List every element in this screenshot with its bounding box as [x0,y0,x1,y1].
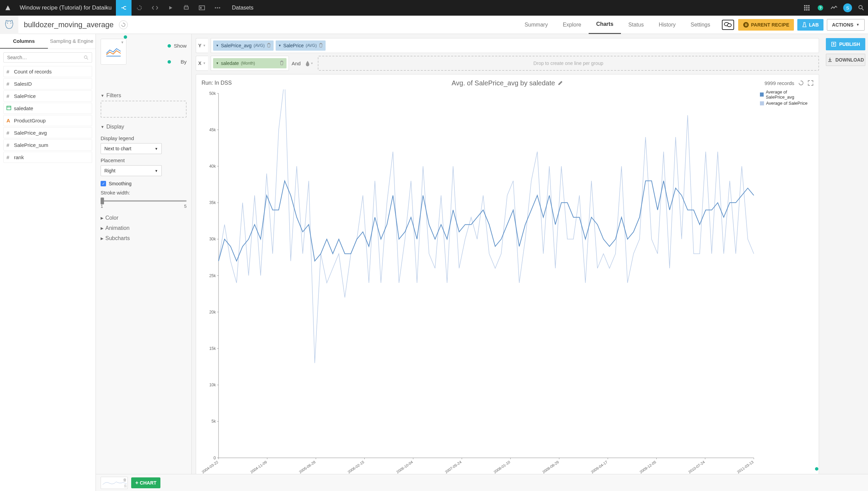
dataset-tabs: Summary Explore Charts Status History Se… [517,16,717,34]
display-section-header[interactable]: ▼Display [101,122,187,132]
code-icon[interactable] [147,0,163,16]
stroke-width-slider[interactable] [101,200,187,202]
chart-thumbnail[interactable]: 🗑 ⎘ [101,477,128,489]
tab-status[interactable]: Status [621,16,651,34]
more-icon[interactable] [210,0,225,16]
svg-rect-13 [804,9,805,11]
edit-icon[interactable] [558,80,563,86]
svg-text:2010-07-24: 2010-07-24 [688,460,706,474]
column-item[interactable]: #SalesID [3,78,92,89]
svg-point-6 [219,7,220,9]
apps-icon[interactable] [800,0,814,16]
column-name: SalesID [14,81,32,87]
subcharts-section-header[interactable]: ▶Subcharts [101,233,187,243]
activity-icon[interactable] [827,0,841,16]
dataiku-logo[interactable] [0,0,16,16]
search-input[interactable] [7,55,84,60]
refresh-icon[interactable] [132,0,147,16]
search-icon[interactable] [854,0,868,16]
svg-text:2005-06-28: 2005-06-28 [298,460,316,474]
flow-icon[interactable] [116,0,132,16]
publish-button[interactable]: PUBLISH [826,38,865,50]
trash-icon[interactable]: 🗑 [123,478,127,482]
lab-label: LAB [809,22,819,28]
x-pill-row[interactable]: ▼ saledate (Month) [211,56,289,71]
svg-text:2008-01-10: 2008-01-10 [493,460,511,474]
refresh-icon[interactable] [798,80,804,86]
lab-button[interactable]: LAB [797,19,823,31]
svg-text:5k: 5k [211,419,216,424]
chevron-down-icon: ▼ [101,125,104,129]
actions-button[interactable]: ACTIONS ▼ [827,19,865,31]
smoothing-checkbox[interactable]: ✓Smoothing [101,181,187,186]
svg-text:15k: 15k [209,346,216,351]
filters-dropzone[interactable] [101,101,187,118]
svg-text:?: ? [819,6,822,10]
type-icon: # [6,69,14,74]
dashboard-icon[interactable] [194,0,210,16]
column-item[interactable]: #Count of records [3,66,92,77]
tab-history[interactable]: History [651,16,683,34]
column-item[interactable]: #SalePrice_sum [3,139,92,151]
download-button[interactable]: DOWNLOAD [826,54,865,66]
x-pill-saledate[interactable]: ▼ saledate (Month) [213,58,287,68]
legend-item[interactable]: Average of SalePrice_avg [760,89,813,100]
slider-thumb[interactable] [101,198,104,204]
tab-summary[interactable]: Summary [517,16,555,34]
discussions-icon[interactable] [722,20,734,30]
avatar[interactable]: S [841,0,854,16]
dataset-refresh-icon[interactable] [119,20,128,29]
parent-recipe-button[interactable]: PARENT RECIPE [738,19,794,31]
chart-type-selector[interactable]: ▼ [101,39,126,65]
column-item[interactable]: saledate [3,103,92,114]
svg-text:25k: 25k [209,273,216,278]
y-pill-saleprice[interactable]: ▼ SalePrice (AVG) [276,40,326,51]
display-legend-select[interactable]: Next to chart▼ [101,143,162,154]
color-section-header[interactable]: ▶Color [101,213,187,223]
type-icon: A [6,118,14,123]
tab-settings[interactable]: Settings [683,16,718,34]
column-name: SalePrice_sum [14,142,48,148]
x-axis-label[interactable]: X▼ [196,56,208,71]
play-icon[interactable] [163,0,178,16]
search-icon [84,55,88,60]
svg-rect-10 [804,7,805,9]
expand-icon[interactable] [808,80,813,86]
trash-icon[interactable] [267,43,271,49]
tab-charts[interactable]: Charts [589,16,621,34]
print-icon[interactable] [178,0,194,16]
group-dropzone[interactable]: Drop to create one line per group [318,56,819,71]
project-title[interactable]: Window recipe (Tutorial) for Dataiku [16,4,116,11]
filters-section-header[interactable]: ▼Filters [101,90,187,101]
chevron-down-icon: ▼ [216,62,219,65]
placement-select[interactable]: Right▼ [101,165,162,176]
trash-icon[interactable] [280,61,284,66]
add-chart-button[interactable]: + CHART [131,477,160,488]
color-by-icon[interactable]: ▼ [304,58,314,68]
svg-text:20k: 20k [209,310,216,315]
legend-swatch [760,92,764,97]
type-icon: # [6,130,14,136]
copy-icon[interactable]: ⎘ [124,484,127,488]
y-pill-saleprice-avg[interactable]: ▼ SalePrice_avg (AVG) [213,40,274,51]
svg-point-20 [11,22,12,23]
help-icon[interactable]: ? [814,0,827,16]
y-pill-row[interactable]: ▼ SalePrice_avg (AVG) ▼ SalePrice (AVG) [211,38,819,53]
trash-icon[interactable] [319,43,323,49]
display-legend-label: Display legend [101,135,187,141]
datasets-tab[interactable]: Datasets [225,5,260,11]
columns-tab[interactable]: Columns [0,34,48,49]
animation-section-header[interactable]: ▶Animation [101,223,187,233]
svg-text:30k: 30k [209,237,216,241]
column-item[interactable]: AProductGroup [3,115,92,126]
column-item[interactable]: #SalePrice_avg [3,127,92,138]
chevron-down-icon: ▼ [278,44,281,47]
y-axis-label[interactable]: Y▼ [196,38,208,53]
tab-explore[interactable]: Explore [555,16,589,34]
column-item[interactable]: #rank [3,152,92,163]
legend-item[interactable]: Average of SalePrice [760,101,813,106]
column-search[interactable] [3,52,92,63]
chart-title: Avg. of SalePrice_avg by saledate [452,79,563,87]
sampling-tab[interactable]: Sampling & Engine [48,34,96,49]
column-item[interactable]: #SalePrice [3,90,92,102]
